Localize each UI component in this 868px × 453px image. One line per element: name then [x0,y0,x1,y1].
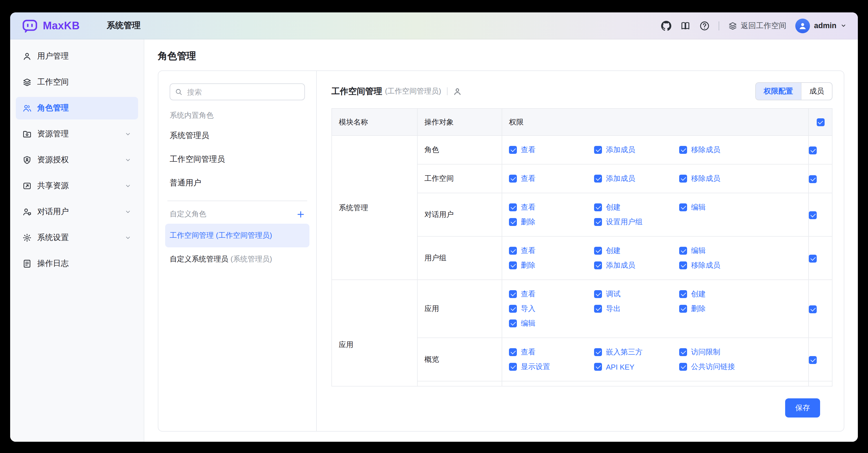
checkbox-checked-icon[interactable] [509,320,517,327]
role-item-builtin[interactable]: 普通用户 [165,171,309,195]
checkbox-checked-icon[interactable] [594,146,602,154]
checkbox-checked-icon[interactable] [679,363,687,371]
checkbox-checked-icon[interactable] [509,363,517,371]
brand[interactable]: MaxKB [22,17,80,34]
permission-label[interactable]: 嵌入第三方 [606,347,643,357]
checkbox-checked-icon[interactable] [594,175,602,183]
checkbox-checked-icon[interactable] [679,290,687,298]
permission-item[interactable]: 移除成员 [679,145,720,155]
checkbox-checked-icon[interactable] [594,363,602,371]
tab-permission-config[interactable]: 权限配置 [756,83,801,100]
permission-label[interactable]: 查看 [521,202,535,213]
back-to-workspace-link[interactable]: 返回工作空间 [728,21,786,31]
permission-item[interactable]: 删除 [679,304,706,314]
permission-item[interactable]: 查看 [509,246,594,256]
checkbox-checked-icon[interactable] [679,261,687,269]
row-select-checkbox[interactable] [809,211,817,219]
members-icon[interactable] [453,87,461,96]
checkbox-checked-icon[interactable] [509,175,517,183]
permission-item[interactable]: 查看 [509,202,594,213]
role-item-custom[interactable]: 工作空间管理(工作空间管理员) [165,224,309,247]
permission-item[interactable]: 移除成员 [679,173,720,184]
permission-item[interactable]: 设置用户组 [594,217,643,227]
checkbox-checked-icon[interactable] [594,261,602,269]
sidebar-item-user[interactable]: 用户管理 [16,45,138,68]
checkbox-checked-icon[interactable] [594,348,602,356]
permission-label[interactable]: 查看 [521,145,535,155]
permission-label[interactable]: 访问限制 [691,347,720,357]
permission-label[interactable]: 删除 [521,217,535,227]
permission-item[interactable]: 查看 [509,347,594,357]
permission-item[interactable]: 编辑 [679,246,706,256]
user-menu[interactable]: admin [795,18,846,33]
row-select-checkbox[interactable] [809,305,817,313]
permission-label[interactable]: 查看 [521,347,535,357]
checkbox-checked-icon[interactable] [679,146,687,154]
checkbox-checked-icon[interactable] [594,290,602,298]
permission-item[interactable]: 导出 [594,304,679,314]
permission-label[interactable]: 删除 [691,304,706,314]
checkbox-checked-icon[interactable] [679,348,687,356]
permission-label[interactable]: 编辑 [691,202,706,213]
permission-label[interactable]: 创建 [606,246,621,256]
permission-item[interactable]: 添加成员 [594,173,679,184]
permission-item[interactable]: 嵌入第三方 [594,347,679,357]
sidebar-item-share[interactable]: 共享资源 [16,175,138,197]
permission-item[interactable]: 查看 [509,173,594,184]
permission-label[interactable]: 创建 [606,202,621,213]
sidebar-item-roles[interactable]: 角色管理 [16,97,138,120]
permission-item[interactable]: 查看 [509,289,594,299]
sidebar-item-workspace[interactable]: 工作空间 [16,71,138,94]
help-icon[interactable] [700,21,710,31]
checkbox-checked-icon[interactable] [509,203,517,211]
sidebar-item-settings[interactable]: 系统设置 [16,226,138,249]
role-item-builtin[interactable]: 系统管理员 [165,124,309,148]
permission-table-container[interactable]: 模块名称 操作对象 权限 系统管理角色查看添加成员移除成员工作空间查看添加成员移… [332,108,833,387]
permission-label[interactable]: 移除成员 [691,260,720,270]
checkbox-checked-icon[interactable] [509,146,517,154]
permission-item[interactable]: 添加成员 [594,260,679,270]
sidebar-item-logs[interactable]: 操作日志 [16,252,138,275]
permission-item[interactable]: 添加成员 [594,145,679,155]
permission-label[interactable]: 公共访问链接 [691,362,735,372]
permission-item[interactable]: 创建 [594,202,679,213]
permission-item[interactable]: 创建 [594,246,679,256]
permission-label[interactable]: 导入 [521,304,535,314]
permission-item[interactable]: 访问限制 [679,347,720,357]
checkbox-checked-icon[interactable] [594,203,602,211]
checkbox-checked-icon[interactable] [679,247,687,255]
checkbox-checked-icon[interactable] [594,247,602,255]
permission-item[interactable]: 导入 [509,304,594,314]
row-select-checkbox[interactable] [809,147,817,154]
checkbox-checked-icon[interactable] [509,247,517,255]
save-button[interactable]: 保存 [785,398,820,417]
permission-item[interactable]: 创建 [679,289,706,299]
permission-item[interactable]: 调试 [594,289,679,299]
permission-label[interactable]: 查看 [521,173,535,184]
permission-label[interactable]: 创建 [691,289,706,299]
select-all-checkbox[interactable] [816,119,824,127]
permission-label[interactable]: 移除成员 [691,173,720,184]
row-select-checkbox[interactable] [809,356,817,364]
permission-label[interactable]: 查看 [521,246,535,256]
permission-item[interactable]: API KEY [594,363,679,371]
docs-icon[interactable] [680,21,690,31]
permission-item[interactable]: 编辑 [679,202,706,213]
permission-label[interactable]: 添加成员 [606,260,635,270]
permission-label[interactable]: 移除成员 [691,145,720,155]
permission-label[interactable]: 查看 [521,289,535,299]
checkbox-checked-icon[interactable] [509,261,517,269]
role-item-builtin[interactable]: 工作空间管理员 [165,148,309,171]
permission-label[interactable]: 导出 [606,304,621,314]
role-item-custom[interactable]: 自定义系统管理员(系统管理员) [165,247,309,271]
permission-label[interactable]: 编辑 [521,318,535,328]
sidebar-item-chat-user[interactable]: 对话用户 [16,201,138,223]
sidebar-item-auth[interactable]: 资源授权 [16,149,138,171]
permission-label[interactable]: 显示设置 [521,362,550,372]
sidebar-item-resource[interactable]: 资源管理 [16,123,138,145]
permission-item[interactable]: 编辑 [509,318,535,328]
permission-item[interactable]: 查看 [509,145,594,155]
checkbox-checked-icon[interactable] [509,218,517,226]
checkbox-checked-icon[interactable] [679,203,687,211]
permission-item[interactable]: 显示设置 [509,362,594,372]
